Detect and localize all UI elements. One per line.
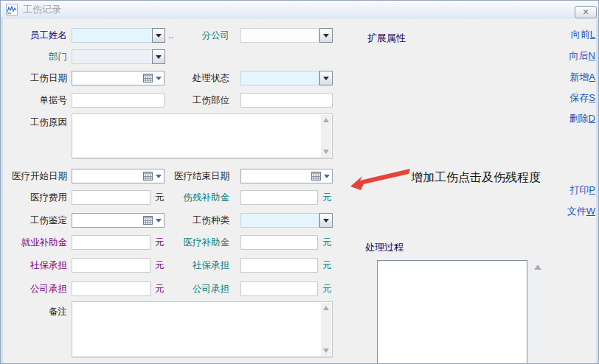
chevron-down-icon xyxy=(156,175,162,178)
scrollbar[interactable] xyxy=(321,303,331,356)
status-combo[interactable] xyxy=(240,71,319,85)
yuan-suffix: 元 xyxy=(322,258,337,273)
injury-type-dropdown-button[interactable] xyxy=(319,213,333,228)
annotation-text: 增加工伤点击及伤残程度 xyxy=(411,170,541,186)
injury-part-label: 工伤部位 xyxy=(167,93,229,108)
employee-name-dropdown-button[interactable] xyxy=(152,28,165,43)
doc-no-label: 单据号 xyxy=(8,93,67,108)
extended-props-label: 扩展属性 xyxy=(367,32,406,45)
social-security-right-input[interactable] xyxy=(240,258,318,273)
nav-next-link[interactable]: 向后N xyxy=(569,50,595,61)
scroll-up-icon[interactable] xyxy=(534,265,541,270)
injury-type-label: 工伤种类 xyxy=(167,213,229,228)
titlebar[interactable]: 工伤记录 xyxy=(1,1,598,18)
injury-reason-label: 工伤原因 xyxy=(8,115,67,130)
chevron-down-icon xyxy=(324,175,330,178)
med-cost-input[interactable] xyxy=(72,190,150,205)
social-security-left-input[interactable] xyxy=(72,258,150,273)
calendar-icon xyxy=(311,172,321,181)
assessment-label: 工伤鉴定 xyxy=(8,213,67,228)
injury-date-label: 工伤日期 xyxy=(8,71,67,85)
social-security-right-label: 社保承担 xyxy=(167,258,229,273)
branch-label: 分公司 xyxy=(167,28,229,43)
chevron-down-icon xyxy=(156,219,162,223)
process-listbox[interactable] xyxy=(377,260,527,364)
doc-no-input[interactable] xyxy=(72,93,165,108)
work-injury-record-window: 工伤记录 ✕ 员工姓名 .. 分公司 部门 工伤日期 处理状态 单据号 工伤部位… xyxy=(0,0,599,364)
employment-subsidy-label: 就业补助金 xyxy=(8,235,67,250)
status-dropdown-button[interactable] xyxy=(319,71,333,85)
remark-label: 备注 xyxy=(8,304,67,319)
chevron-down-icon xyxy=(156,34,162,38)
scroll-down-icon[interactable] xyxy=(323,349,329,353)
employee-name-combo[interactable] xyxy=(72,28,153,43)
medical-subsidy-input[interactable] xyxy=(240,235,318,250)
chevron-down-icon xyxy=(323,34,329,38)
yuan-suffix: 元 xyxy=(322,281,337,296)
employment-subsidy-input[interactable] xyxy=(72,235,150,250)
injury-date-picker[interactable] xyxy=(72,71,165,85)
yuan-suffix: 元 xyxy=(322,190,337,205)
company-share-left-label: 公司承担 xyxy=(8,281,67,296)
department-label: 部门 xyxy=(8,49,67,64)
nav-delete-link[interactable]: 删除D xyxy=(569,113,595,124)
injury-reason-textarea[interactable] xyxy=(72,113,333,158)
branch-dropdown-button[interactable] xyxy=(319,28,333,43)
company-share-left-input[interactable] xyxy=(72,281,150,296)
nav-save-link[interactable]: 保存S xyxy=(569,92,595,103)
medical-subsidy-label: 医疗补助金 xyxy=(167,235,229,250)
employee-name-label: 员工姓名 xyxy=(8,28,67,43)
window-frame-right xyxy=(596,18,598,363)
process-label: 处理过程 xyxy=(365,241,404,254)
process-scrollbar[interactable] xyxy=(530,260,547,364)
annotation-arrow-icon xyxy=(350,167,412,191)
department-combo[interactable] xyxy=(72,49,153,64)
assessment-date-picker[interactable] xyxy=(72,213,165,228)
company-share-right-label: 公司承担 xyxy=(167,281,229,296)
app-icon xyxy=(6,4,18,15)
scrollbar[interactable] xyxy=(321,115,331,157)
yuan-suffix: 元 xyxy=(322,235,337,250)
status-label: 处理状态 xyxy=(167,71,229,85)
med-end-label: 医疗结束日期 xyxy=(167,169,229,183)
calendar-icon xyxy=(143,216,153,225)
chevron-down-icon xyxy=(323,219,329,223)
scroll-down-icon[interactable] xyxy=(323,150,329,154)
close-icon: ✕ xyxy=(582,7,589,17)
branch-combo[interactable] xyxy=(240,28,319,43)
injury-part-input[interactable] xyxy=(240,93,333,108)
close-button[interactable]: ✕ xyxy=(575,6,597,18)
calendar-icon xyxy=(143,74,153,83)
med-end-date-picker[interactable] xyxy=(240,169,333,183)
scroll-up-icon[interactable] xyxy=(323,306,329,310)
med-start-label: 医疗开始日期 xyxy=(8,169,67,183)
chevron-down-icon xyxy=(156,55,162,59)
med-start-date-picker[interactable] xyxy=(72,169,165,183)
nav-prev-link[interactable]: 向前L xyxy=(571,29,595,40)
injury-type-combo[interactable] xyxy=(240,213,319,228)
window-frame-left xyxy=(1,18,3,363)
disability-subsidy-input[interactable] xyxy=(240,190,318,205)
nav-print-link[interactable]: 打印P xyxy=(569,184,595,195)
company-share-right-input[interactable] xyxy=(240,281,318,296)
chevron-down-icon xyxy=(323,77,329,80)
calendar-icon xyxy=(143,172,153,181)
social-security-left-label: 社保承担 xyxy=(8,258,67,273)
remark-textarea[interactable] xyxy=(72,301,333,357)
nav-add-link[interactable]: 新增A xyxy=(569,71,595,83)
scroll-up-icon[interactable] xyxy=(323,118,329,122)
chevron-down-icon xyxy=(156,77,162,80)
nav-file-link[interactable]: 文件W xyxy=(567,206,595,217)
med-cost-label: 医疗费用 xyxy=(8,190,67,205)
window-title: 工伤记录 xyxy=(23,1,61,18)
disability-subsidy-label: 伤残补助金 xyxy=(167,190,229,205)
department-dropdown-button[interactable] xyxy=(152,49,165,64)
